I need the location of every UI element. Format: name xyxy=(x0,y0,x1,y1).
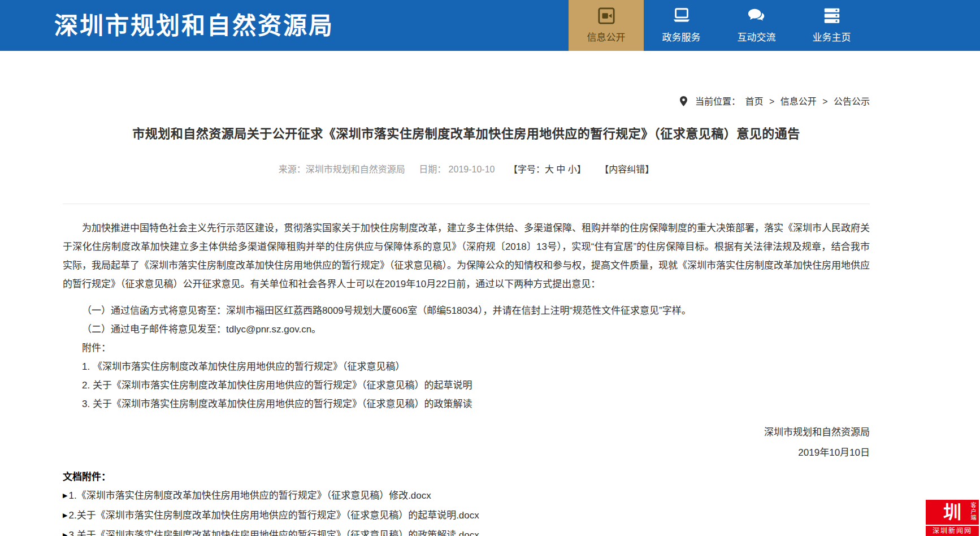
signature-block: 深圳市规划和自然资源局 2019年10月10日 xyxy=(63,422,870,463)
attachment-link[interactable]: ▶1.《深圳市落实住房制度改革加快住房用地供应的暂行规定》（征求意见稿）修改.d… xyxy=(63,486,870,505)
attachment-label: 2.关于《深圳市落实住房制度改革加快住房用地供应的暂行规定》（征求意见稿）的起草… xyxy=(68,510,479,521)
triangle-bullet-icon: ▶ xyxy=(63,505,67,525)
main-nav: 信息公开 政务服务 互动交流 xyxy=(569,0,869,51)
content-correction-button[interactable]: 【内容纠错】 xyxy=(600,165,654,174)
watermark-main-character: 圳 xyxy=(943,500,961,525)
site-header: 深圳市规划和自然资源局 信息公开 政务服务 xyxy=(0,0,980,51)
news-site-watermark-logo: 圳 客户端 深圳新闻网 xyxy=(926,500,979,536)
nav-label: 业务主页 xyxy=(813,29,851,44)
signature-org: 深圳市规划和自然资源局 xyxy=(63,422,870,443)
business-home-icon xyxy=(822,7,842,24)
nav-item-info-disclosure[interactable]: 信息公开 xyxy=(569,0,644,51)
breadcrumb-info-link[interactable]: 信息公开 xyxy=(780,97,817,106)
nav-item-business-home[interactable]: 业务主页 xyxy=(794,0,869,51)
breadcrumb-label: 当前位置： xyxy=(695,97,740,106)
font-size-control[interactable]: 【字号：大 中 小】 xyxy=(509,165,586,174)
breadcrumb-separator: > xyxy=(822,97,827,106)
watermark-side-text: 客户端 xyxy=(969,502,976,521)
article-meta: 来源：深圳市规划和自然资源局 日期： 2019-10-10 【字号：大 中 小】… xyxy=(63,162,870,175)
attachment-label: 1.《深圳市落实住房制度改革加快住房用地供应的暂行规定》（征求意见稿）修改.do… xyxy=(68,490,431,501)
breadcrumb-separator: > xyxy=(769,97,774,106)
article-paragraph: 2. 关于《深圳市落实住房制度改革加快住房用地供应的暂行规定》（征求意见稿）的起… xyxy=(63,376,870,395)
watermark-badge: 圳 客户端 xyxy=(926,500,979,525)
attachments-heading: 文档附件： xyxy=(63,469,870,486)
breadcrumb: 当前位置： 首页 > 信息公开 > 公告公示 xyxy=(63,51,870,109)
nav-label: 信息公开 xyxy=(587,29,626,44)
article-date: 日期： 2019-10-10 xyxy=(419,165,495,174)
attachment-link[interactable]: ▶2.关于《深圳市落实住房制度改革加快住房用地供应的暂行规定》（征求意见稿）的起… xyxy=(63,505,870,525)
nav-label: 互动交流 xyxy=(738,29,776,44)
content-area: 当前位置： 首页 > 信息公开 > 公告公示 市规划和自然资源局关于公开征求《深… xyxy=(63,51,870,536)
nav-label: 政务服务 xyxy=(662,29,701,44)
article-paragraph: 3. 关于《深圳市落实住房制度改革加快住房用地供应的暂行规定》（征求意见稿）的政… xyxy=(63,395,870,413)
article-body: 为加快推进中国特色社会主义先行示范区建设，贯彻落实国家关于加快住房制度改革，建立… xyxy=(63,204,870,413)
article-paragraph: 附件： xyxy=(63,339,870,357)
attachments-section: 文档附件： ▶1.《深圳市落实住房制度改革加快住房用地供应的暂行规定》（征求意见… xyxy=(63,469,870,536)
article-paragraph: 1. 《深圳市落实住房制度改革加快住房用地供应的暂行规定》（征求意见稿） xyxy=(63,357,870,376)
attachment-label: 3.关于《深圳市落实住房制度改革加快住房用地供应的暂行规定》（征求意见稿）的政策… xyxy=(68,530,479,536)
article-paragraph: （一）通过信函方式将意见寄至：深圳市福田区红荔西路8009号规划大厦606室（邮… xyxy=(63,301,870,320)
triangle-bullet-icon: ▶ xyxy=(63,525,67,536)
signature-date: 2019年10月10日 xyxy=(63,443,870,463)
info-disclosure-icon xyxy=(596,7,617,24)
article-title: 市规划和自然资源局关于公开征求《深圳市落实住房制度改革加快住房用地供应的暂行规定… xyxy=(63,123,870,141)
article-paragraph: （二）通过电子邮件将意见发至：tdlyc@pnr.sz.gov.cn。 xyxy=(63,320,870,339)
attachment-link[interactable]: ▶3.关于《深圳市落实住房制度改革加快住房用地供应的暂行规定》（征求意见稿）的政… xyxy=(63,525,870,536)
nav-item-gov-services[interactable]: 政务服务 xyxy=(644,0,719,51)
breadcrumb-announcement-link[interactable]: 公告公示 xyxy=(834,97,870,106)
gov-services-icon xyxy=(671,7,692,24)
interaction-icon xyxy=(747,7,767,24)
article-source: 来源：深圳市规划和自然资源局 xyxy=(279,165,405,174)
breadcrumb-home-link[interactable]: 首页 xyxy=(745,97,763,106)
site-title: 深圳市规划和自然资源局 xyxy=(54,0,334,51)
article-paragraph: 为加快推进中国特色社会主义先行示范区建设，贯彻落实国家关于加快住房制度改革，建立… xyxy=(63,219,870,293)
triangle-bullet-icon: ▶ xyxy=(63,486,67,505)
watermark-site-name: 深圳新闻网 xyxy=(926,526,979,536)
location-pin-icon xyxy=(680,96,687,109)
nav-item-interaction[interactable]: 互动交流 xyxy=(719,0,794,51)
